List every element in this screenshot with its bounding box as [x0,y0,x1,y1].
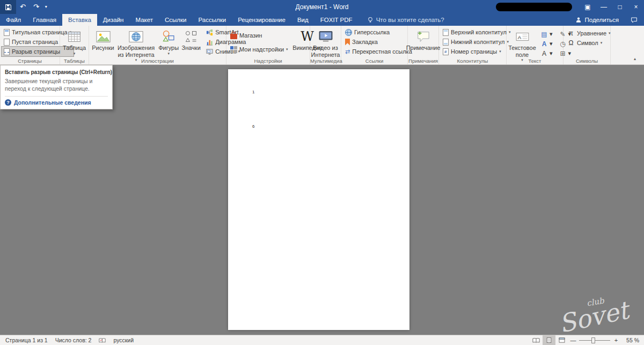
drop-cap-button[interactable]: А ▾ [539,49,554,58]
page-break-tooltip: Вставить разрыв страницы (Ctrl+Return) З… [0,65,113,109]
shapes-label: Фигуры [158,45,179,52]
online-pictures-button[interactable]: Изображения из Интернета ▾ [115,27,157,62]
icons-button[interactable]: Значки [180,27,202,57]
footer-icon [443,39,449,46]
pictures-button[interactable]: Рисунки [91,27,115,57]
caret-down-icon: ▾ [550,50,553,57]
comments-button[interactable] [624,14,644,26]
tab-design[interactable]: Дизайн [97,14,130,26]
group-label-symbols: Символы [564,58,610,64]
tab-mailings[interactable]: Рассылки [193,14,232,26]
new-comment-button[interactable]: Примечание [404,27,443,57]
document-page[interactable]: 1 6 [228,69,409,330]
online-video-button[interactable]: Видео из Интернета [309,27,342,58]
zoom-level[interactable]: 55 % [621,337,642,343]
icons-gallery-icon [184,30,198,43]
read-mode-button[interactable] [530,335,543,345]
hyperlink-label: Гиперссылка [354,29,390,35]
tab-insert[interactable]: Вставка [62,14,97,26]
tab-layout[interactable]: Макет [129,14,159,26]
group-comments: Примечание Примечания [408,26,439,64]
group-header-footer: Верхний колонтитул ▾ Нижний колонтитул ▾… [439,26,507,64]
document-area: Вставить разрыв страницы (Ctrl+Return) З… [0,65,644,335]
undo-button[interactable]: ↶ [16,0,30,14]
save-icon [5,4,12,11]
online-video-label: Видео из Интернета [311,45,340,58]
table-icon [67,30,82,44]
page-break-icon [4,48,10,55]
wordart-button[interactable]: А ▾ [539,39,554,48]
equation-label: Уравнение [577,30,606,36]
quick-parts-button[interactable]: ▤ ▾ [539,30,554,39]
pictures-icon [96,30,111,44]
shapes-button[interactable]: Фигуры ▾ [157,27,180,57]
proofing-book-icon [99,337,106,343]
status-bar: Страница 1 из 1 Число слов: 2 русский — … [0,335,644,345]
share-label: Поделиться [584,17,619,23]
store-button[interactable]: Магазин [228,31,290,40]
equation-button[interactable]: π Уравнение ▾ [565,28,613,38]
symbol-button[interactable]: Ω Символ ▾ [565,38,613,48]
symbol-label: Символ [577,40,598,46]
minimize-button[interactable]: — [596,0,612,14]
chart-icon [206,39,213,46]
store-label: Магазин [239,32,262,39]
zoom-in-button[interactable]: + [611,337,621,343]
ribbon-display-options-button[interactable]: ▣ [580,0,596,14]
cross-reference-label: Перекрестная ссылка [352,48,412,55]
tab-file[interactable]: Файл [0,14,27,26]
caret-down-icon: ▾ [601,41,603,45]
tab-review[interactable]: Рецензирование [232,14,291,26]
text-box-button[interactable]: A Текстовое поле ▾ [508,27,536,62]
tell-me-box[interactable]: Что вы хотите сделать? [367,14,444,26]
tab-references[interactable]: Ссылки [159,14,193,26]
footer-button[interactable]: Нижний колонтитул ▾ [441,37,513,47]
zoom-out-button[interactable]: — [568,337,578,343]
share-button[interactable]: Поделиться [570,14,624,26]
language-indicator[interactable]: русский [109,335,137,345]
group-label-pages: Страницы [0,58,60,64]
page-indicator[interactable]: Страница 1 из 1 [2,335,52,345]
page-number-button[interactable]: Номер страницы ▾ [441,47,513,56]
tab-foxit-pdf[interactable]: FOXIT PDF [314,14,358,26]
group-tables: Таблица ▾ Таблицы [60,26,89,64]
qat-customize-button[interactable]: ▾ [43,0,49,14]
group-media: Видео из Интернета Мультимедиа [310,26,341,64]
group-symbols: π Уравнение ▾ Ω Символ ▾ Символы [564,26,611,64]
save-button[interactable] [0,0,16,14]
tab-home[interactable]: Главная [27,14,62,26]
document-text-2: 6 [252,124,254,129]
web-layout-button[interactable] [555,335,568,345]
collapse-ribbon-button[interactable]: ▴ [631,55,639,62]
proofing-status-button[interactable] [95,335,109,345]
tooltip-help-label: Дополнительные сведения [14,99,91,106]
blank-page-label: Пустая страница [12,39,58,45]
redo-button[interactable]: ↷ [30,0,43,14]
close-button[interactable]: × [628,0,644,14]
caret-down-icon: ▾ [286,47,288,52]
watermark-club-text: club [586,292,626,308]
word-count[interactable]: Число слов: 2 [52,335,96,345]
my-addins-button[interactable]: Мои надстройки ▾ [228,45,290,54]
print-layout-icon [546,337,552,343]
header-button[interactable]: Верхний колонтитул ▾ [441,27,513,37]
table-button[interactable]: Таблица ▾ [61,27,88,57]
zoom-slider-thumb[interactable] [591,337,595,343]
caret-down-icon: ▾ [550,31,553,38]
tooltip-help-link[interactable]: ? Дополнительные сведения [5,96,108,106]
maximize-button[interactable]: □ [612,0,628,14]
group-illustrations: Рисунки Изображения из Интернета ▾ Фигур… [89,26,226,64]
online-pictures-label: Изображения из Интернета [118,45,155,58]
caret-down-icon: ▾ [499,49,501,54]
cover-page-icon [4,29,10,36]
page-break-label: Разрыв страницы [12,48,60,55]
lightbulb-icon [367,17,374,23]
sovet-watermark: club Sovet [555,291,630,333]
comment-bubble-icon [631,17,638,24]
tab-view[interactable]: Вид [291,14,314,26]
tooltip-body: Завершение текущей страницы и переход к … [5,78,104,92]
cross-reference-icon: ⇄ [345,48,350,55]
zoom-slider[interactable] [579,335,610,345]
print-layout-button[interactable] [543,335,555,345]
text-box-icon: A [515,31,530,42]
